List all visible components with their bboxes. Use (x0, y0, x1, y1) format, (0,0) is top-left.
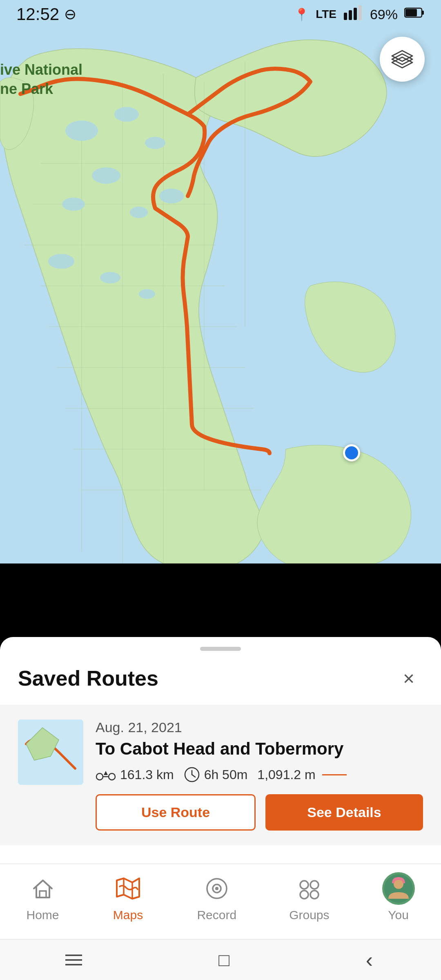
svg-rect-2 (354, 8, 357, 20)
svg-point-22 (65, 120, 98, 141)
route-action-buttons: Use Route See Details (96, 794, 423, 831)
svg-point-27 (130, 207, 148, 218)
svg-point-30 (100, 272, 120, 283)
time-text: 12:52 (16, 4, 59, 24)
route-thumbnail (18, 719, 83, 785)
nav-item-you[interactable]: You (382, 872, 415, 922)
nav-item-record[interactable]: Record (197, 872, 236, 922)
route-info: Aug. 21, 2021 To Cabot Head and Tobermor… (96, 719, 423, 831)
maps-icon (111, 872, 144, 905)
sheet-title: Saved Routes (18, 666, 158, 690)
svg-line-38 (192, 775, 195, 777)
record-label: Record (197, 908, 236, 922)
svg-point-46 (310, 881, 318, 889)
svg-rect-6 (405, 9, 417, 16)
groups-label: Groups (289, 908, 329, 922)
battery-text: 69% (370, 7, 398, 22)
use-route-button[interactable]: Use Route (96, 794, 256, 831)
see-details-button[interactable]: See Details (265, 794, 423, 831)
elevation-icon (322, 774, 347, 775)
dnd-icon: ⊖ (64, 6, 76, 23)
close-button[interactable]: × (394, 664, 423, 693)
status-icons-group: 📍 LTE 69% (294, 4, 425, 24)
map-area[interactable]: ive National ne Park (0, 0, 441, 564)
groups-icon (293, 872, 325, 905)
svg-point-25 (92, 167, 120, 184)
back-button[interactable]: ‹ (366, 948, 373, 972)
svg-rect-1 (349, 10, 352, 20)
recent-apps-button[interactable]: ||| (65, 953, 85, 967)
svg-point-48 (310, 891, 318, 899)
sheet-header: Saved Routes × (0, 651, 441, 701)
duration-value: 6h 50m (204, 767, 248, 782)
distance-value: 161.3 km (120, 767, 174, 782)
sheet-drag-handle[interactable] (200, 647, 241, 651)
route-date: Aug. 21, 2021 (96, 719, 423, 735)
svg-point-23 (114, 107, 139, 122)
you-avatar (382, 872, 415, 905)
svg-point-34 (96, 773, 103, 780)
current-location-dot (343, 444, 360, 461)
home-button[interactable]: □ (218, 950, 229, 970)
lte-icon: LTE (316, 8, 336, 21)
svg-point-26 (62, 198, 85, 211)
svg-point-31 (139, 289, 155, 299)
home-label: Home (26, 908, 59, 922)
bottom-sheet: Saved Routes × Aug. 21, 2021 To Cabot He… (0, 637, 441, 866)
route-elevation: 1,091.2 m (257, 767, 346, 782)
bottom-navigation: Home Maps Record (0, 864, 441, 939)
layer-toggle-button[interactable] (380, 37, 425, 82)
nav-item-maps[interactable]: Maps (111, 872, 144, 922)
map-park-label: ive National ne Park (0, 60, 82, 99)
route-card: Aug. 21, 2021 To Cabot Head and Tobermor… (0, 705, 441, 845)
route-duration: 6h 50m (184, 766, 248, 783)
status-time: 12:52 ⊖ (16, 4, 76, 24)
svg-rect-39 (40, 891, 46, 898)
signal-icon (343, 4, 363, 24)
svg-point-45 (300, 881, 308, 889)
home-icon (27, 872, 59, 905)
nav-item-home[interactable]: Home (26, 872, 59, 922)
elevation-value: 1,091.2 m (257, 767, 315, 782)
svg-point-44 (215, 887, 218, 890)
record-icon (200, 872, 233, 905)
svg-point-24 (145, 137, 165, 149)
svg-point-35 (109, 773, 115, 780)
nav-item-groups[interactable]: Groups (289, 872, 329, 922)
svg-point-47 (300, 891, 308, 899)
route-distance: 161.3 km (96, 767, 174, 782)
battery-icon (404, 7, 425, 22)
svg-rect-5 (422, 11, 424, 15)
route-name: To Cabot Head and Tobermory (96, 739, 423, 759)
svg-rect-0 (344, 13, 347, 20)
maps-label: Maps (113, 908, 143, 922)
android-nav-bar: ||| □ ‹ (0, 939, 441, 980)
location-icon: 📍 (294, 7, 309, 22)
route-stats: 161.3 km 6h 50m 1,091.2 m (96, 766, 423, 783)
you-label: You (388, 908, 409, 922)
svg-point-28 (159, 189, 184, 203)
svg-rect-3 (359, 5, 362, 20)
svg-point-29 (48, 254, 74, 269)
status-bar: 12:52 ⊖ 📍 LTE 69% (0, 0, 441, 29)
